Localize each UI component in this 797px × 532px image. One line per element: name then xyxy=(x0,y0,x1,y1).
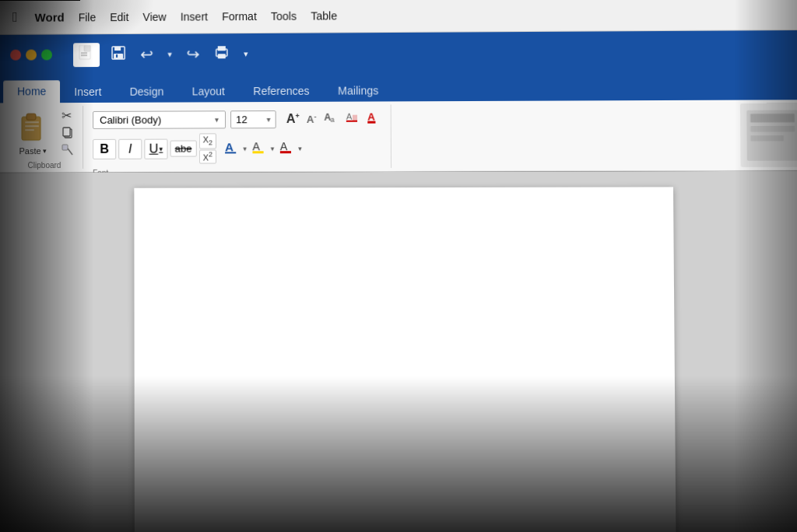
undo-icon[interactable]: ↩ xyxy=(137,44,156,65)
highlight-button[interactable]: A xyxy=(250,138,269,159)
screen-container:  Word File Edit View Insert Format Tool… xyxy=(0,0,797,532)
underline-button[interactable]: U ▾ xyxy=(144,138,167,159)
edit-menu-item[interactable]: Edit xyxy=(110,11,128,23)
word-menu-item[interactable]: Word xyxy=(35,11,65,24)
apple-logo-icon[interactable]:  xyxy=(12,9,18,26)
word-toolbar: ↩ ▾ ↪ ▾ xyxy=(0,30,797,75)
styles-group xyxy=(740,103,797,167)
svg-text:A: A xyxy=(253,140,261,152)
clipboard-icon xyxy=(19,110,47,146)
paste-dropdown-arrow[interactable]: ▾ xyxy=(43,147,47,155)
tab-insert[interactable]: Insert xyxy=(60,81,115,103)
paste-button[interactable]: Paste ▾ xyxy=(12,107,53,157)
save-icon[interactable] xyxy=(107,43,129,65)
ribbon-tabs: Home Insert Design Layout References Mai… xyxy=(0,72,797,103)
font-size-dropdown-arrow: ▾ xyxy=(267,115,271,124)
redo-icon[interactable]: ↪ xyxy=(183,43,202,65)
font-size-selector[interactable]: 12 ▾ xyxy=(230,110,276,128)
text-effect-button[interactable]: A xyxy=(222,138,241,159)
highlight-dropdown[interactable]: ▾ xyxy=(271,145,275,152)
svg-rect-35 xyxy=(750,114,795,122)
font-row-2: B I U ▾ abe X2 X2 xyxy=(93,133,384,164)
format-painter-button[interactable] xyxy=(59,143,76,159)
svg-rect-1 xyxy=(84,45,90,51)
svg-line-20 xyxy=(68,149,72,155)
format-menu-item[interactable]: Format xyxy=(222,9,257,22)
svg-text:A: A xyxy=(346,112,353,121)
font-name-selector[interactable]: Calibri (Body) ▾ xyxy=(93,110,226,129)
superscript-button[interactable]: X2 xyxy=(199,150,217,164)
svg-text:A: A xyxy=(280,140,288,152)
svg-rect-7 xyxy=(116,54,118,57)
svg-rect-14 xyxy=(25,121,39,123)
font-name-dropdown-arrow: ▾ xyxy=(215,115,219,124)
minimize-button[interactable] xyxy=(26,50,37,61)
font-color-a-button[interactable]: A xyxy=(363,107,384,129)
font-group: Calibri (Body) ▾ 12 ▾ A+ A- xyxy=(86,104,391,168)
undo-dropdown-icon[interactable]: ▾ xyxy=(164,47,175,61)
close-button[interactable] xyxy=(10,50,21,61)
svg-rect-33 xyxy=(280,151,291,153)
svg-rect-13 xyxy=(26,114,36,120)
svg-rect-37 xyxy=(750,135,784,142)
bold-button[interactable]: B xyxy=(93,138,116,159)
svg-rect-18 xyxy=(63,128,70,136)
clipboard-group: Paste ▾ ✂ xyxy=(6,106,83,169)
tab-home[interactable]: Home xyxy=(3,80,60,103)
svg-point-11 xyxy=(224,51,226,52)
svg-rect-27 xyxy=(367,121,375,124)
tab-references[interactable]: References xyxy=(239,80,324,103)
window-controls xyxy=(9,48,53,61)
svg-text:A: A xyxy=(367,111,375,123)
font-grow-button[interactable]: A+ xyxy=(284,110,302,128)
font-shrink-button[interactable]: A- xyxy=(304,111,319,127)
font-size-controls: A+ A- A a A xyxy=(284,107,384,130)
svg-rect-6 xyxy=(114,53,123,58)
underline-dropdown[interactable]: ▾ xyxy=(159,145,163,152)
table-menu-item[interactable]: Table xyxy=(311,9,337,22)
italic-button[interactable]: I xyxy=(118,138,142,159)
svg-rect-36 xyxy=(750,125,795,131)
change-case-button[interactable]: A a xyxy=(321,109,340,129)
tools-menu-item[interactable]: Tools xyxy=(271,9,297,22)
svg-marker-25 xyxy=(353,115,357,121)
svg-rect-15 xyxy=(25,125,39,127)
svg-rect-19 xyxy=(62,145,68,150)
cut-button[interactable]: ✂ xyxy=(59,107,76,124)
print-icon[interactable] xyxy=(211,43,233,65)
word-application:  Word File Edit View Insert Format Tool… xyxy=(0,0,797,532)
strikethrough-button[interactable]: abe xyxy=(170,141,197,157)
font-row-1: Calibri (Body) ▾ 12 ▾ A+ A- xyxy=(93,107,384,130)
svg-rect-16 xyxy=(25,129,34,131)
home-ribbon: Paste ▾ ✂ xyxy=(0,100,797,173)
clear-formatting-button[interactable]: A xyxy=(342,109,361,129)
svg-rect-5 xyxy=(114,46,121,50)
font-color-dropdown[interactable]: ▾ xyxy=(298,145,302,152)
svg-text:A: A xyxy=(225,140,233,153)
svg-rect-29 xyxy=(225,152,236,153)
file-menu-item[interactable]: File xyxy=(79,11,97,23)
maximize-button[interactable] xyxy=(41,49,52,60)
clipboard-group-label: Clipboard xyxy=(28,159,61,170)
text-effects-group: A ▾ A ▾ xyxy=(222,138,302,159)
subscript-button[interactable]: X2 xyxy=(198,133,216,149)
insert-menu-item[interactable]: Insert xyxy=(181,10,208,23)
mac-menu-bar:  Word File Edit View Insert Format Tool… xyxy=(0,0,797,35)
toolbar-dropdown-icon[interactable]: ▾ xyxy=(241,47,251,61)
paste-label: Paste ▾ xyxy=(19,146,46,156)
font-color-button[interactable]: A xyxy=(277,138,296,159)
svg-text:a: a xyxy=(331,116,335,124)
tab-design[interactable]: Design xyxy=(116,81,178,103)
text-effect-dropdown[interactable]: ▾ xyxy=(243,145,247,152)
svg-rect-31 xyxy=(253,151,264,153)
copy-button[interactable] xyxy=(59,125,76,142)
tab-mailings[interactable]: Mailings xyxy=(324,79,393,102)
view-menu-item[interactable]: View xyxy=(142,10,166,23)
svg-rect-10 xyxy=(218,54,226,58)
styles-preview xyxy=(746,107,797,163)
svg-rect-9 xyxy=(218,46,226,51)
document-page[interactable] xyxy=(134,187,676,532)
tab-layout[interactable]: Layout xyxy=(177,80,239,102)
clipboard-small-icons: ✂ xyxy=(59,107,76,159)
word-doc-icon[interactable] xyxy=(73,43,100,67)
